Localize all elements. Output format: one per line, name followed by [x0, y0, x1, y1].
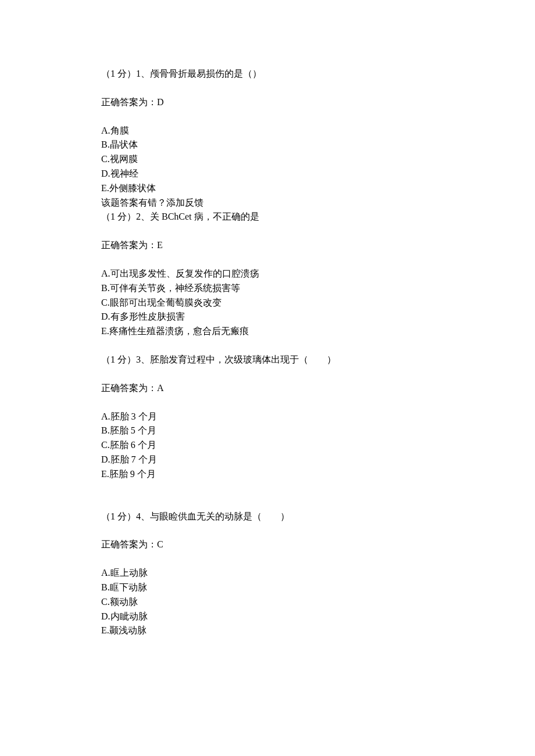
option-e: E.胚胎 9 个月	[101, 467, 535, 482]
option-c: C.额动脉	[101, 595, 535, 610]
option-b: B.胚胎 5 个月	[101, 424, 535, 438]
option-a: A.可出现多发性、反复发作的口腔溃疡	[101, 267, 535, 281]
question-3-header: （1 分）3、胚胎发育过程中，次级玻璃体出现于（ ）	[101, 353, 535, 367]
answer-label: 正确答案为：C	[101, 539, 163, 549]
question-3-answer: 正确答案为：A	[101, 381, 535, 396]
question-3-options: A.胚胎 3 个月 B.胚胎 5 个月 C.胚胎 6 个月 D.胚胎 7 个月 …	[101, 410, 535, 482]
question-2-options: A.可出现多发性、反复发作的口腔溃疡 B.可伴有关节炎，神经系统损害等 C.眼部…	[101, 267, 535, 339]
question-1-options: A.角膜 B.晶状体 C.视网膜 D.视神经 E.外侧膝状体 该题答案有错？添加…	[101, 124, 535, 225]
question-3-title: （1 分）3、胚胎发育过程中，次级玻璃体出现于（ ）	[101, 354, 336, 364]
option-a: A.眶上动脉	[101, 566, 535, 581]
question-4-header: （1 分）4、与眼睑供血无关的动脉是（ ）	[101, 510, 535, 524]
option-c: C.胚胎 6 个月	[101, 438, 535, 453]
question-4-answer: 正确答案为：C	[101, 538, 535, 552]
question-2-answer: 正确答案为：E	[101, 238, 535, 253]
option-d: D.视神经	[101, 167, 535, 181]
option-a: A.角膜	[101, 124, 535, 138]
option-d: D.胚胎 7 个月	[101, 453, 535, 467]
document-page: （1 分）1、颅骨骨折最易损伤的是（） 正确答案为：D A.角膜 B.晶状体 C…	[0, 0, 535, 756]
question-1-answer: 正确答案为：D	[101, 95, 535, 110]
option-a: A.胚胎 3 个月	[101, 410, 535, 424]
answer-label: 正确答案为：E	[101, 240, 163, 250]
answer-label: 正确答案为：D	[101, 97, 164, 107]
option-d: D.内眦动脉	[101, 610, 535, 624]
question-4-title: （1 分）4、与眼睑供血无关的动脉是（ ）	[101, 511, 290, 521]
option-e: E.颞浅动脉	[101, 624, 535, 638]
answer-label: 正确答案为：A	[101, 383, 164, 393]
option-d: D.有多形性皮肤损害	[101, 310, 535, 324]
option-c: C.眼部可出现全葡萄膜炎改变	[101, 296, 535, 310]
option-e: E.疼痛性生殖器溃疡，愈合后无瘢痕	[101, 324, 535, 339]
option-c: C.视网膜	[101, 152, 535, 167]
question-4-options: A.眶上动脉 B.眶下动脉 C.额动脉 D.内眦动脉 E.颞浅动脉	[101, 566, 535, 638]
option-e: E.外侧膝状体	[101, 181, 535, 196]
feedback-link[interactable]: 该题答案有错？添加反馈	[101, 196, 535, 210]
option-b: B.可伴有关节炎，神经系统损害等	[101, 281, 535, 296]
option-b: B.眶下动脉	[101, 581, 535, 595]
option-b: B.晶状体	[101, 138, 535, 152]
question-1-header: （1 分）1、颅骨骨折最易损伤的是（）	[101, 67, 535, 81]
question-2-title: （1 分）2、关 BChCet 病，不正确的是	[101, 210, 535, 224]
question-1-title: （1 分）1、颅骨骨折最易损伤的是（）	[101, 69, 262, 78]
